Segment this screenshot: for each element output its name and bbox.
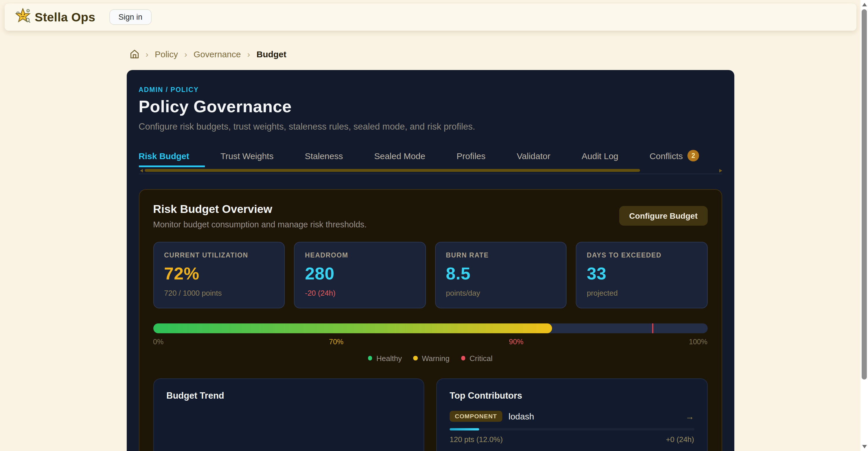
contributor-progress-fill bbox=[450, 428, 479, 430]
breadcrumb: › Policy › Governance › Budget bbox=[0, 49, 861, 59]
stat-sub: points/day bbox=[446, 288, 556, 297]
contributor-name: lodash bbox=[509, 411, 534, 421]
stat-label: CURRENT UTILIZATION bbox=[164, 251, 274, 258]
brand-name: Stella Ops bbox=[35, 10, 95, 24]
tab-clipped[interactable]: Pl bbox=[715, 146, 722, 167]
page-title: Policy Governance bbox=[138, 97, 722, 116]
contributor-points: 120 pts (12.0%) bbox=[450, 435, 503, 444]
stat-cards: CURRENT UTILIZATION 72% 720 / 1000 point… bbox=[153, 241, 707, 308]
stat-label: DAYS TO EXCEEDED bbox=[587, 251, 696, 258]
tab-scrollbar[interactable] bbox=[138, 169, 722, 174]
tab-scroll-left-arrow-icon[interactable] bbox=[140, 169, 143, 172]
brand[interactable]: Stella Ops bbox=[15, 8, 95, 26]
warning-dot-icon bbox=[413, 356, 418, 360]
contributor-row-lodash[interactable]: COMPONENT lodash → 120 pts (12.0%) +0 (2… bbox=[450, 401, 694, 451]
scroll-down-arrow-icon[interactable] bbox=[862, 445, 867, 448]
stat-headroom: HEADROOM 280 -20 (24h) bbox=[294, 241, 426, 308]
healthy-dot-icon bbox=[368, 356, 372, 360]
contributor-delta: +0 (24h) bbox=[666, 435, 694, 444]
scrollbar-thumb[interactable] bbox=[862, 9, 867, 380]
breadcrumb-separator: › bbox=[184, 49, 187, 59]
stat-days-to-exceeded: DAYS TO EXCEEDED 33 projected bbox=[576, 241, 707, 308]
stat-current-utilization: CURRENT UTILIZATION 72% 720 / 1000 point… bbox=[153, 241, 285, 308]
browser-scrollbar[interactable] bbox=[861, 0, 868, 451]
home-icon[interactable] bbox=[129, 49, 139, 59]
trend-flat-arrow-icon: → bbox=[685, 411, 694, 421]
tab-scroll-right-arrow-icon[interactable] bbox=[719, 169, 722, 172]
top-bar: Stella Ops Sign in bbox=[5, 3, 857, 31]
tab-audit-log[interactable]: Audit Log bbox=[566, 146, 634, 167]
contributor-progress bbox=[450, 428, 694, 430]
application-window: Stella Ops Sign in › Policy › Governance… bbox=[0, 0, 868, 451]
stat-value: 33 bbox=[587, 263, 696, 283]
configure-budget-button[interactable]: Configure Budget bbox=[619, 206, 707, 225]
stat-value: 8.5 bbox=[446, 263, 556, 283]
top-contributors-title: Top Contributors bbox=[450, 390, 694, 401]
stella-ops-logo-icon bbox=[15, 8, 31, 26]
overview-title: Risk Budget Overview bbox=[153, 202, 367, 216]
breadcrumb-separator: › bbox=[247, 49, 250, 59]
stat-value: 280 bbox=[305, 263, 414, 283]
tab-scrollbar-thumb[interactable] bbox=[144, 169, 640, 172]
budget-trend-chart bbox=[166, 427, 411, 451]
meter-label-100: 100% bbox=[689, 337, 707, 346]
page-subtitle: Configure risk budgets, trust weights, s… bbox=[138, 121, 722, 132]
breadcrumb-current: Budget bbox=[256, 49, 286, 59]
stat-sub: projected bbox=[587, 288, 696, 297]
risk-budget-overview-card: Risk Budget Overview Monitor budget cons… bbox=[138, 189, 722, 451]
tab-sealed-mode[interactable]: Sealed Mode bbox=[359, 146, 441, 167]
scroll-up-arrow-icon[interactable] bbox=[862, 3, 867, 6]
stat-label: HEADROOM bbox=[305, 251, 414, 258]
tab-conflicts[interactable]: Conflicts 2 bbox=[634, 146, 715, 167]
meter-legend: Healthy Warning Critical bbox=[153, 354, 707, 362]
policy-governance-panel: ADMIN / POLICY Policy Governance Configu… bbox=[126, 70, 734, 451]
tab-trust-weights[interactable]: Trust Weights bbox=[205, 146, 289, 167]
meter-label-70: 70% bbox=[329, 337, 343, 346]
tab-risk-budget[interactable]: Risk Budget bbox=[138, 146, 205, 167]
critical-threshold-tick bbox=[652, 323, 653, 333]
sign-in-button[interactable]: Sign in bbox=[109, 9, 152, 25]
meter-label-0: 0% bbox=[153, 337, 163, 346]
budget-trend-card: Budget Trend 12/1 12/8 12/15 12/22 12/29 bbox=[153, 378, 424, 451]
stat-label: BURN RATE bbox=[446, 251, 556, 258]
tab-bar: Risk Budget Trust Weights Staleness Seal… bbox=[138, 146, 722, 167]
breadcrumb-link-policy[interactable]: Policy bbox=[155, 49, 178, 59]
breadcrumb-separator: › bbox=[146, 49, 148, 59]
admin-policy-eyebrow: ADMIN / POLICY bbox=[138, 86, 722, 93]
tab-profiles[interactable]: Profiles bbox=[441, 146, 501, 167]
legend-warning: Warning bbox=[413, 354, 450, 362]
stat-sub: -20 (24h) bbox=[305, 288, 414, 297]
stat-value: 72% bbox=[164, 263, 274, 283]
critical-dot-icon bbox=[461, 356, 466, 360]
budget-utilization-meter bbox=[153, 323, 707, 333]
stat-burn-rate: BURN RATE 8.5 points/day bbox=[435, 241, 566, 308]
meter-labels: 0% 70% 90% 100% bbox=[153, 337, 707, 346]
contributor-type-badge: COMPONENT bbox=[450, 411, 502, 421]
tab-validator[interactable]: Validator bbox=[501, 146, 566, 167]
stat-sub: 720 / 1000 points bbox=[164, 288, 274, 297]
legend-healthy: Healthy bbox=[368, 354, 402, 362]
breadcrumb-link-governance[interactable]: Governance bbox=[193, 49, 241, 59]
overview-subtitle: Monitor budget consumption and manage ri… bbox=[153, 220, 367, 229]
budget-trend-title: Budget Trend bbox=[166, 390, 411, 401]
meter-fill bbox=[153, 323, 552, 333]
tab-staleness[interactable]: Staleness bbox=[289, 146, 359, 167]
legend-critical: Critical bbox=[461, 354, 492, 362]
meter-label-90: 90% bbox=[509, 337, 523, 346]
conflicts-count-badge: 2 bbox=[687, 150, 699, 161]
top-contributors-card: Top Contributors COMPONENT lodash → 120 … bbox=[436, 378, 707, 451]
